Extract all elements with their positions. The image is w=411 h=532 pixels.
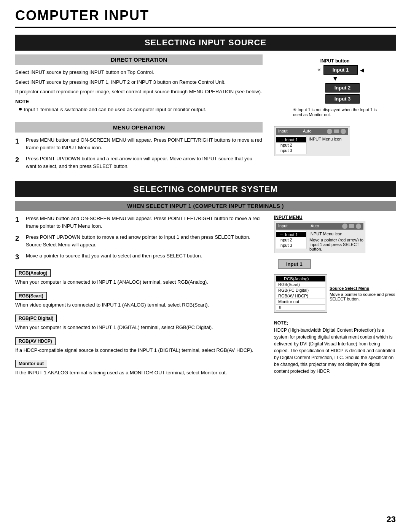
s2-step-num-1: 1 — [15, 215, 22, 230]
hdcp-note-label: NOTE; — [274, 320, 396, 327]
input3-box: Input 3 — [325, 94, 360, 104]
rgb-pc-digital-tag: RGB(PC Digital) — [15, 315, 57, 322]
section2-header: SELECTING COMPUTER SYSTEM — [15, 181, 396, 197]
rgb-scart-text: When video equipment is connected to INP… — [15, 301, 263, 309]
menu-screenshot: Input Auto → Input 1 — [274, 126, 350, 156]
menu-item-input2: Input 2 — [276, 142, 306, 148]
input-menu-icons — [342, 224, 361, 229]
input2-row: Input 2 — [317, 83, 360, 93]
rgb-analog-tag: RGB(Analog) — [15, 269, 51, 277]
input-btn-diagram: INPUT button ✳ Input 1 ◀ ▼ Input 2 Input — [274, 58, 396, 117]
menu-item-input2-label: Input 2 — [279, 143, 292, 147]
rgb-av-hdcp-text: If a HDCP-compatible signal source is co… — [15, 347, 263, 354]
source-select-heading: Source Select Menu — [330, 286, 396, 291]
direct-operation-header: DIRECT OPERATION — [15, 54, 263, 65]
source-select-label-area: → RGB(Analog) RGB(Scart) RGB(PC Digital) — [274, 274, 396, 313]
note-bullet-text: Input 1 terminal is switchable and can b… — [24, 106, 206, 113]
s2-step-text-3: Move a pointer to source that you want t… — [26, 252, 263, 262]
menu-operation-right: Input Auto → Input 1 — [274, 122, 396, 174]
rgb-pc-digital-text: When your computer is connected to INPUT… — [15, 324, 263, 331]
s2-input3-label: Input 3 — [279, 243, 292, 248]
source-item-monitor-out: Monitor out — [276, 299, 325, 305]
icon-a — [342, 224, 347, 229]
source-arrow: → — [278, 276, 282, 281]
s2-menu-item-input3: Input 3 — [276, 243, 306, 248]
section2: SELECTING COMPUTER SYSTEM WHEN SELECT IN… — [15, 181, 396, 380]
s2-menu-item-input1: → Input 1 — [276, 232, 306, 237]
input3-row: Input 3 — [317, 94, 360, 104]
s2-menu-item-input2: Input 2 — [276, 237, 306, 243]
menu-body: → Input 1 Input 2 Input 3 INPUT Menu ico… — [276, 136, 348, 154]
menu-item-input1: → Input 1 — [276, 137, 306, 142]
menu-step-1: 1 Press MENU button and ON-SCREEN MENU w… — [15, 136, 263, 151]
step-text-1: Press MENU button and ON-SCREEN MENU wil… — [26, 136, 263, 151]
s2-step-1: 1 Press MENU button and ON-SCREEN MENU w… — [15, 215, 263, 230]
menu-operation-header: MENU OPERATION — [15, 122, 263, 133]
source-select-area: → RGB(Analog) RGB(Scart) RGB(PC Digital) — [274, 274, 396, 313]
input1-highlight-area: Input 1 — [278, 259, 396, 271]
section2-step-list: 1 Press MENU button and ON-SCREEN MENU w… — [15, 215, 263, 262]
rgb-scart-tag: RGB(Scart) — [15, 292, 47, 300]
hdcp-note-box: NOTE; HDCP (High-bandwidth Digital Conte… — [274, 320, 396, 377]
source-rgb-av-hdcp: RGB(AV HDCP) — [278, 294, 308, 298]
input1-highlight: Input 1 — [278, 259, 311, 269]
menu-operation-section: MENU OPERATION 1 Press MENU button and O… — [15, 122, 396, 174]
step-num-2: 2 — [15, 155, 22, 170]
input1-row: ✳ Input 1 ◀ — [317, 65, 364, 75]
input-menu-top-bar: Input Auto — [276, 223, 363, 230]
menu-item-input3-label: Input 3 — [279, 148, 292, 153]
icon-c — [356, 224, 361, 229]
source-item-rgb-analog: → RGB(Analog) — [276, 276, 325, 282]
menu-top-icons — [327, 129, 346, 134]
source-item-rgb-scart: RGB(Scart) — [276, 282, 325, 288]
source-rgb-scart: RGB(Scart) — [278, 282, 300, 287]
arrow-down-icon: ▼ — [332, 75, 338, 82]
menu-top-bar: Input Auto — [276, 128, 348, 135]
input-menu-top-auto: Auto — [311, 224, 319, 229]
input-btn-box: ✳ Input 1 ◀ ▼ Input 2 Input 3 — [317, 65, 364, 104]
source-select-labels: Source Select Menu Move a pointer to sou… — [330, 286, 396, 301]
rgb-av-hdcp-tag: RGB(AV HDCP) — [15, 337, 56, 345]
input-btn-label: INPUT button — [320, 58, 350, 64]
input-menu-label-area: INPUT MENU Input Auto — [274, 215, 396, 256]
input-menu-top-input: Input — [278, 224, 287, 229]
source-monitor-out: Monitor out — [278, 299, 299, 304]
section2-sub-header: WHEN SELECT INPUT 1 (COMPUTER INPUT TERM… — [15, 201, 396, 211]
menu-items: → Input 1 Input 2 Input 3 — [276, 136, 306, 154]
note-label: NOTE — [15, 99, 263, 104]
monitor-out-tag: Monitor out — [15, 360, 47, 367]
page-number: 23 — [387, 514, 396, 524]
icon-b — [349, 224, 354, 228]
menu-arrow-icon: → — [279, 137, 284, 142]
s2-step-text-2: Press POINT UP/DOWN button to move a red… — [26, 233, 263, 248]
input-menu-body: → Input 1 Input 2 Input 3 — [276, 231, 363, 251]
direct-op-para3: If projector cannot reproduce proper ima… — [15, 88, 263, 96]
icon1 — [327, 129, 332, 134]
input1-box: Input 1 — [323, 65, 358, 75]
source-rgb-analog: RGB(Analog) — [284, 276, 309, 281]
step-num-1: 1 — [15, 136, 22, 151]
s2-menu-arrow: → — [279, 232, 284, 237]
input-menu-panel: Input Auto — [274, 221, 365, 253]
s2-step-num-2: 2 — [15, 233, 22, 248]
source-select-arrow-label: Move a pointer to source and press SELEC… — [330, 292, 396, 301]
source-item-icon: ⬇ — [276, 305, 325, 311]
input-menu-icon-label: INPUT Menu icon — [309, 136, 342, 154]
page-title: COMPUTER INPUT — [15, 8, 396, 28]
monitor-out-text: If the INPUT 1 ANALOG terminal is being … — [15, 369, 263, 377]
s2-step-num-3: 3 — [15, 252, 22, 262]
s2-step-3: 3 Move a pointer to source that you want… — [15, 252, 263, 262]
right-panel: INPUT MENU Input Auto — [274, 215, 396, 377]
s2-step-2: 2 Press POINT UP/DOWN button to move a r… — [15, 233, 263, 248]
menu-operation-left: MENU OPERATION 1 Press MENU button and O… — [15, 122, 263, 174]
menu-step-list: 1 Press MENU button and ON-SCREEN MENU w… — [15, 136, 263, 170]
input-note: ✳ Input 1 is not displayed when the Inpu… — [293, 107, 377, 117]
direct-operation-left: DIRECT OPERATION Select INPUT source by … — [15, 54, 263, 117]
s2-input-menu-arrow-label: Move a pointer (red arrow) to Input 1 an… — [309, 238, 363, 251]
menu-item-input1-label: Input 1 — [285, 137, 298, 142]
s2-input2-label: Input 2 — [279, 238, 292, 242]
input2-box: Input 2 — [325, 83, 360, 93]
s2-input1-label: Input 1 — [285, 232, 298, 237]
hdcp-note-text: HDCP (High-bandwidth Digital Content Pro… — [274, 327, 396, 375]
input-menu-items: → Input 1 Input 2 Input 3 — [276, 231, 306, 249]
